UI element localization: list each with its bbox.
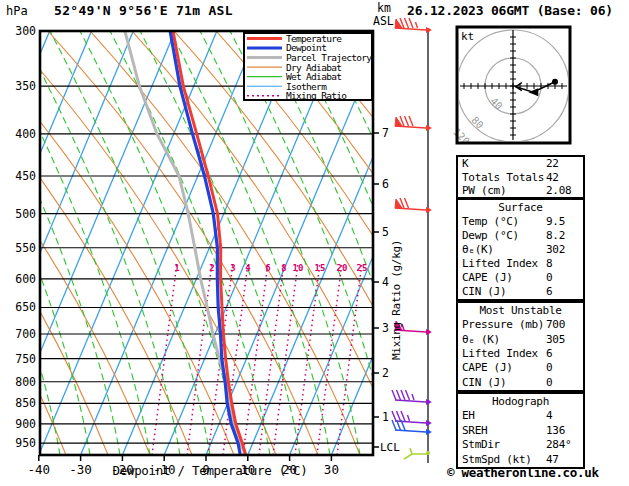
panel-row-value: 4 (546, 409, 552, 423)
panel-row-label: StmDir (462, 438, 500, 451)
panel-row-value: 700 (546, 318, 565, 332)
panel-row-value: 0 (546, 376, 552, 390)
panel-row-label: CAPE (J) (462, 361, 513, 374)
panel-row-value: 136 (546, 424, 565, 438)
panel-row: CAPE (J)0 (458, 271, 583, 285)
panel-row: EH4 (458, 409, 583, 423)
panel-row: K22 (458, 157, 583, 171)
panel-row-label: Pressure (mb) (462, 318, 544, 331)
panel-row-label: PW (cm) (462, 184, 506, 197)
panel-row-label: θₑ (K) (462, 333, 500, 346)
panel-row: PW (cm)2.08 (458, 184, 583, 198)
indices-panel: K22Totals Totals42PW (cm)2.08SurfaceTemp… (0, 0, 629, 486)
panel-section-title: Hodograph (458, 395, 583, 409)
panel-row-label: CIN (J) (462, 285, 506, 298)
panel-row-label: Lifted Index (462, 257, 538, 270)
panel-row: θₑ(K)302 (458, 243, 583, 257)
panel-row-value: 47 (546, 453, 559, 467)
panel-row-label: StmSpd (kt) (462, 453, 532, 466)
panel-section-title: Most Unstable (458, 304, 583, 318)
panel-row-label: K (462, 157, 468, 170)
panel-section-hodograph: HodographEH4SREH136StmDir284°StmSpd (kt)… (456, 392, 585, 469)
panel-row-value: 22 (546, 157, 559, 171)
panel-section-surface: SurfaceTemp (°C)9.5Dewp (°C)8.2θₑ(K)302L… (456, 198, 585, 301)
panel-row-label: Dewp (°C) (462, 229, 519, 242)
panel-row: Totals Totals42 (458, 171, 583, 185)
copyright: © weatheronline.co.uk (447, 465, 599, 480)
panel-row: Dewp (°C)8.2 (458, 229, 583, 243)
panel-row-value: 6 (546, 285, 552, 299)
panel-row-value: 0 (546, 361, 552, 375)
panel-row-value: 305 (546, 333, 565, 347)
panel-section-most-unstable: Most UnstablePressure (mb)700θₑ (K)305Li… (456, 301, 585, 392)
panel-row-value: 284° (546, 438, 571, 452)
panel-row-label: CIN (J) (462, 376, 506, 389)
panel-row-label: CAPE (J) (462, 271, 513, 284)
panel-row-label: SREH (462, 424, 487, 437)
panel-row: θₑ (K)305 (458, 333, 583, 347)
sounding-page: hPa 52°49'N 9°56'E 71m ASL 26.12.2023 06… (0, 0, 629, 486)
panel-section-indices: K22Totals Totals42PW (cm)2.08 (456, 155, 585, 199)
panel-row-label: Totals Totals (462, 171, 544, 184)
panel-row-value: 8 (546, 257, 552, 271)
panel-section-title: Surface (458, 201, 583, 215)
panel-row-value: 2.08 (546, 184, 571, 198)
panel-row-label: θₑ(K) (462, 243, 494, 256)
panel-row: CAPE (J)0 (458, 361, 583, 375)
panel-row: Lifted Index6 (458, 347, 583, 361)
panel-row: SREH136 (458, 424, 583, 438)
panel-row: Lifted Index8 (458, 257, 583, 271)
panel-row-label: Lifted Index (462, 347, 538, 360)
panel-row-value: 42 (546, 171, 559, 185)
panel-row-value: 9.5 (546, 215, 565, 229)
panel-row-value: 8.2 (546, 229, 565, 243)
panel-row-label: EH (462, 409, 475, 422)
panel-row: Temp (°C)9.5 (458, 215, 583, 229)
panel-row: StmDir284° (458, 438, 583, 452)
panel-row-label: Temp (°C) (462, 215, 519, 228)
panel-row: Pressure (mb)700 (458, 318, 583, 332)
panel-row: CIN (J)0 (458, 376, 583, 390)
panel-row: StmSpd (kt)47 (458, 453, 583, 467)
panel-row-value: 6 (546, 347, 552, 361)
panel-row: CIN (J)6 (458, 285, 583, 299)
panel-row-value: 0 (546, 271, 552, 285)
panel-row-value: 302 (546, 243, 565, 257)
